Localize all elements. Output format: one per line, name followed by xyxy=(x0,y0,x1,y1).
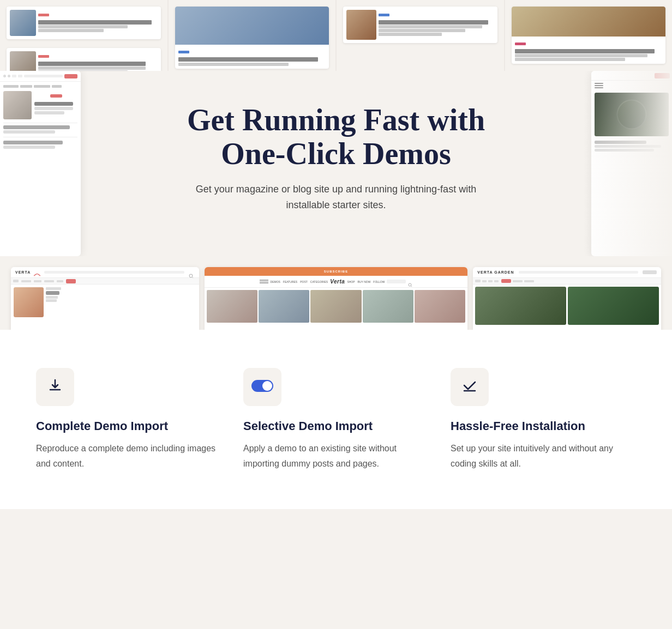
nav-follow: FOLLOW xyxy=(373,280,385,283)
top-card-5 xyxy=(512,7,666,64)
post-tag xyxy=(50,94,62,98)
top-card-2 xyxy=(7,48,161,71)
grid-img-1 xyxy=(207,290,257,323)
verta-main-header: DEMOS FEATURES POST CATEGORIES Verta SHO… xyxy=(205,276,468,288)
hero-subtitle: Get your magazine or blog site up and ru… xyxy=(194,182,478,213)
mockup-dot xyxy=(3,75,6,77)
menu-icon xyxy=(475,280,481,282)
post-thumb xyxy=(14,287,44,317)
feature-desc-3: Set up your site intuitively and without… xyxy=(451,441,636,470)
feature-title-1: Complete Demo Import xyxy=(36,419,221,433)
nav-buy: BUY NOW xyxy=(358,280,371,283)
grid-img-4 xyxy=(363,290,413,323)
top-panel-1 xyxy=(0,0,169,71)
subnav-item xyxy=(34,280,41,282)
card-text-line xyxy=(38,29,104,32)
demo-screenshot-center: SUBSCRIBE DEMOS FEATURES POST CATEGORIES… xyxy=(205,267,468,330)
verta-image-grid xyxy=(205,288,468,325)
card-title-bar xyxy=(38,62,146,66)
card-text-line xyxy=(379,25,482,28)
post-info xyxy=(46,287,61,317)
checkmark-icon xyxy=(462,378,477,397)
garden-image-grid xyxy=(473,285,661,327)
download-icon xyxy=(47,378,63,397)
nav-item xyxy=(52,85,62,88)
hamburger xyxy=(260,280,268,284)
card-title-bar xyxy=(38,20,152,25)
feature-desc-1: Reproduce a complete demo including imag… xyxy=(36,441,221,470)
nav-item xyxy=(3,85,19,88)
feature-title-3: Hassle-Free Installation xyxy=(451,419,636,433)
demo-screenshot-right: VERTA GARDEN xyxy=(473,267,661,330)
demo-content xyxy=(11,285,199,320)
demo-brand-left: VERTA xyxy=(15,270,31,274)
garden-img-2 xyxy=(568,287,659,325)
subnav-item xyxy=(494,280,499,282)
hero-title: Get Running Fast with One-Click Demos xyxy=(156,104,516,171)
card-tag xyxy=(38,14,49,16)
card-text-line xyxy=(38,25,128,28)
top-card-1 xyxy=(7,7,161,39)
features-grid: Complete Demo Import Reproduce a complet… xyxy=(36,368,636,471)
subnav-item xyxy=(524,280,534,282)
nav-item xyxy=(20,85,32,88)
mockup-button xyxy=(64,74,77,78)
search-bar xyxy=(44,271,184,274)
mockup-icon xyxy=(18,75,22,77)
nav-features: FEATURES xyxy=(283,280,297,283)
nav-item xyxy=(34,85,50,88)
demo-header-left: VERTA xyxy=(11,267,199,278)
post-text-line xyxy=(46,299,57,302)
grid-img-5 xyxy=(415,290,465,323)
toggle-knob xyxy=(262,381,272,391)
subnav-item xyxy=(488,280,493,282)
demo-screenshot-left: VERTA xyxy=(11,267,199,330)
card-text-line xyxy=(515,54,647,57)
svg-line-1 xyxy=(193,277,194,278)
feature-icon-bg-3 xyxy=(451,368,489,406)
cuisine-tag xyxy=(46,287,61,290)
card-title-bar xyxy=(178,57,319,62)
buy-now-btn xyxy=(66,279,76,283)
feature-hassle-free: Hassle-Free Installation Set up your sit… xyxy=(451,368,636,471)
feature-complete-demo: Complete Demo Import Reproduce a complet… xyxy=(36,368,221,471)
post-title-bar xyxy=(46,291,59,295)
feature-icon-bg-2 xyxy=(243,368,281,406)
card-text-line xyxy=(515,58,626,61)
card-thumb xyxy=(10,51,36,71)
subnav-item xyxy=(482,280,487,282)
card-text-line xyxy=(38,66,146,70)
top-panel-3 xyxy=(337,0,505,71)
subscribe-btn xyxy=(655,73,670,78)
top-card-4 xyxy=(343,7,497,43)
nav-shop: SHOP xyxy=(347,280,355,283)
card-text-line xyxy=(178,63,289,66)
svg-point-0 xyxy=(189,274,193,277)
features-section: Complete Demo Import Reproduce a complet… xyxy=(0,330,672,509)
toggle-icon xyxy=(251,380,273,394)
top-screenshot-strip xyxy=(0,0,672,71)
right-mockup-header xyxy=(591,71,672,81)
article-image xyxy=(512,7,666,37)
mockup-search xyxy=(24,75,63,77)
hero-section: Get Running Fast with One-Click Demos Ge… xyxy=(0,71,672,256)
demo-subnav-right xyxy=(473,278,661,285)
mockup-nav xyxy=(3,85,77,88)
card-title-bar xyxy=(379,20,488,25)
card-big-img xyxy=(175,7,329,45)
feature-title-2: Selective Demo Import xyxy=(243,419,429,433)
demo-brand-right: VERTA GARDEN xyxy=(477,270,514,274)
card-thumb xyxy=(346,10,376,40)
main-nav-items: DEMOS FEATURES POST CATEGORIES xyxy=(271,280,328,283)
grid-img-2 xyxy=(259,290,309,323)
main-nav-right: SHOP BUY NOW FOLLOW xyxy=(347,280,385,283)
subnav-item xyxy=(57,280,63,282)
verta-logo: Verta xyxy=(330,279,345,285)
hero-content: Get Running Fast with One-Click Demos Ge… xyxy=(22,104,650,213)
grid-img-3 xyxy=(310,290,361,323)
card-text-block xyxy=(379,10,494,40)
search-button xyxy=(643,270,657,274)
card-text-block xyxy=(38,10,158,36)
feature-desc-2: Apply a demo to an existing site without… xyxy=(243,441,429,470)
demo-subnav xyxy=(11,278,199,285)
